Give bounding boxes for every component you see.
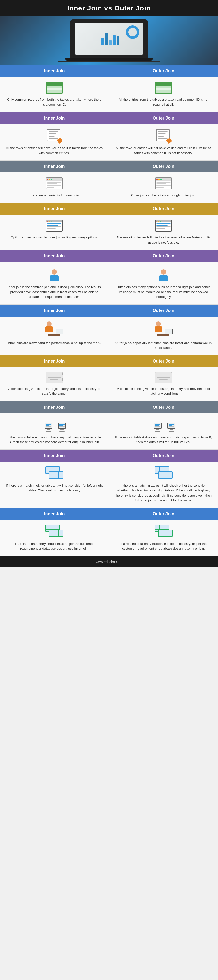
outer-text-8: If there is a match in tables, it will c… xyxy=(115,483,212,503)
outer-icon-2 xyxy=(155,177,172,189)
inner-icon-5 xyxy=(45,321,63,337)
inner-text-5: Inner joins are slower and the performan… xyxy=(8,340,101,345)
outer-col-7: → If the rows in table A does not have a… xyxy=(109,414,218,450)
inner-text-3: Optimizer can be used in inner join as i… xyxy=(11,235,98,240)
section-header-2: Inner Join Outer Join xyxy=(0,161,218,172)
outer-join-header-6: Outer Join xyxy=(109,355,218,367)
section-header-5: Inner Join Outer Join xyxy=(0,305,218,317)
inner-icon-8 xyxy=(45,466,63,480)
inner-icon-9 xyxy=(45,525,63,538)
inner-join-header-0: Inner Join xyxy=(0,65,109,77)
outer-icon-1 xyxy=(156,129,171,142)
page-title: Inner Join vs Outer Join xyxy=(0,0,218,16)
outer-col-0: All the entries from the tables are take… xyxy=(109,77,218,112)
section-header-9: Inner Join Outer Join xyxy=(0,508,218,520)
section-header-6: Inner Join Outer Join xyxy=(0,355,218,367)
outer-text-1: All the rows or entries will not have va… xyxy=(115,146,212,156)
content-row-7: → If the rows in table A does not have a… xyxy=(0,414,218,450)
section-header-8: Inner Join Outer Join xyxy=(0,450,218,461)
inner-join-header-1: Inner Join xyxy=(0,112,109,124)
outer-text-7: If the rows in table A does not have any… xyxy=(115,435,212,445)
outer-text-5: Outer joins, especially left outer joins… xyxy=(115,340,212,350)
content-row-1: All the rows or entries will have values… xyxy=(0,124,218,161)
inner-join-header-9: Inner Join xyxy=(0,508,109,520)
inner-col-1: All the rows or entries will have values… xyxy=(0,124,109,161)
inner-col-3: Optimizer can be used in inner join as i… xyxy=(0,215,109,250)
content-row-2: There are no variants for inner join. Ou… xyxy=(0,172,218,203)
inner-col-5: Inner joins are slower and the performan… xyxy=(0,317,109,356)
inner-text-7: If the rows in table A does not have any… xyxy=(6,435,103,445)
inner-icon-1 xyxy=(47,129,62,142)
outer-icon-5 xyxy=(155,321,173,337)
inner-text-0: Only common records from both the tables… xyxy=(6,97,103,107)
section-header-1: Inner Join Outer Join xyxy=(0,112,218,124)
footer: www.educba.com xyxy=(0,557,218,567)
content-row-8: If there is a match in either tables, it… xyxy=(0,461,218,508)
outer-icon-0 xyxy=(155,82,172,94)
inner-join-header-3: Inner Join xyxy=(0,203,109,215)
outer-join-header-3: Outer Join xyxy=(109,203,218,215)
outer-icon-7: → xyxy=(154,418,173,431)
outer-col-9: If a related data entry existence is not… xyxy=(109,520,218,557)
laptop-icon xyxy=(70,19,148,58)
content-row-3: Optimizer can be used in inner join as i… xyxy=(0,215,218,250)
outer-icon-3 xyxy=(155,220,172,232)
outer-col-2: Outer join can be left outer or right ou… xyxy=(109,172,218,203)
inner-col-9: If a related data entry should exist as … xyxy=(0,520,109,557)
outer-icon-6 xyxy=(155,372,172,383)
outer-join-header-4: Outer Join xyxy=(109,250,218,262)
outer-text-6: A condition is not given in the outer jo… xyxy=(115,387,212,396)
hero-image xyxy=(0,16,218,65)
outer-text-9: If a related data entry existence is not… xyxy=(115,541,212,551)
inner-col-4: Inner join is the common join and is use… xyxy=(0,262,109,305)
section-header-4: Inner Join Outer Join xyxy=(0,250,218,262)
inner-join-header-4: Inner Join xyxy=(0,250,109,262)
outer-col-8: If there is a match in tables, it will c… xyxy=(109,461,218,508)
inner-text-6: A condition is given in the inner join q… xyxy=(6,387,103,396)
inner-icon-3 xyxy=(46,220,63,232)
inner-text-4: Inner join is the common join and is use… xyxy=(6,285,103,299)
inner-col-7: → If the rows in table A does not have a… xyxy=(0,414,109,450)
section-header-0: Inner Join Outer Join xyxy=(0,65,218,77)
inner-join-header-7: Inner Join xyxy=(0,401,109,414)
sections-container: Inner Join Outer Join Only common record… xyxy=(0,65,218,557)
inner-col-8: If there is a match in either tables, it… xyxy=(0,461,109,508)
inner-icon-7: → xyxy=(44,418,64,431)
inner-join-header-6: Inner Join xyxy=(0,355,109,367)
content-row-5: Inner joins are slower and the performan… xyxy=(0,317,218,356)
inner-col-6: A condition is given in the inner join q… xyxy=(0,367,109,401)
content-row-0: Only common records from both the tables… xyxy=(0,77,218,112)
inner-icon-2 xyxy=(46,177,63,189)
outer-col-6: A condition is not given in the outer jo… xyxy=(109,367,218,401)
outer-text-2: Outer join can be left outer or right ou… xyxy=(131,193,196,198)
outer-join-header-1: Outer Join xyxy=(109,112,218,124)
outer-text-4: Outer join has many options such as left… xyxy=(115,285,212,299)
inner-icon-0 xyxy=(46,82,63,94)
outer-join-header-7: Outer Join xyxy=(109,401,218,414)
inner-col-0: Only common records from both the tables… xyxy=(0,77,109,112)
outer-join-header-2: Outer Join xyxy=(109,161,218,172)
inner-icon-6 xyxy=(46,372,63,383)
content-row-6: A condition is given in the inner join q… xyxy=(0,367,218,401)
outer-col-3: The use of optimizer is limited as the i… xyxy=(109,215,218,250)
outer-join-header-9: Outer Join xyxy=(109,508,218,520)
content-row-4: Inner join is the common join and is use… xyxy=(0,262,218,305)
section-header-7: Inner Join Outer Join xyxy=(0,401,218,414)
outer-col-5: Outer joins, especially left outer joins… xyxy=(109,317,218,356)
outer-join-header-5: Outer Join xyxy=(109,305,218,317)
outer-col-1: All the rows or entries will not have va… xyxy=(109,124,218,161)
outer-icon-9 xyxy=(155,525,173,538)
outer-join-header-0: Outer Join xyxy=(109,65,218,77)
inner-join-header-5: Inner Join xyxy=(0,305,109,317)
inner-text-2: There are no variants for inner join. xyxy=(29,193,80,198)
outer-join-header-8: Outer Join xyxy=(109,450,218,461)
inner-text-1: All the rows or entries will have values… xyxy=(6,146,103,156)
inner-icon-4 xyxy=(47,267,62,282)
section-header-3: Inner Join Outer Join xyxy=(0,203,218,215)
inner-join-header-8: Inner Join xyxy=(0,450,109,461)
outer-text-0: All the entries from the tables are take… xyxy=(115,97,212,107)
outer-text-3: The use of optimizer is limited as the i… xyxy=(115,235,212,245)
inner-text-9: If a related data entry should exist as … xyxy=(6,541,103,551)
inner-join-header-2: Inner Join xyxy=(0,161,109,172)
inner-text-8: If there is a match in either tables, it… xyxy=(6,483,103,493)
